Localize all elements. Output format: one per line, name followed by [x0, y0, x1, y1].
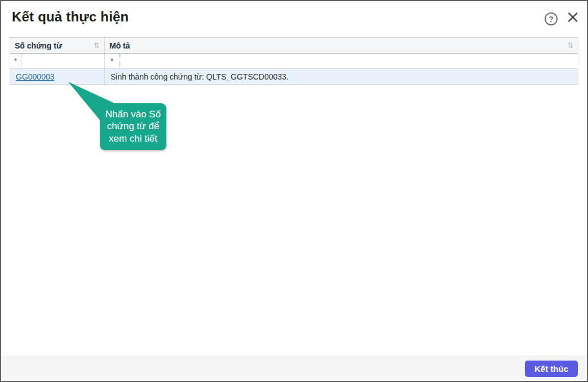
filter-operator-icon[interactable]: *	[105, 54, 120, 68]
description-cell: Sinh thành công chứng từ: QLTS_GGTSCD000…	[105, 69, 578, 84]
table-row[interactable]: GG000003 Sinh thành công chứng từ: QLTS_…	[10, 69, 578, 85]
results-table: Số chứng từ ⇅ Mô tả ⇅ * * GG000003	[10, 37, 578, 85]
filter-input-description[interactable]	[120, 54, 578, 68]
sort-icon[interactable]: ⇅	[565, 41, 573, 50]
table-filter-row: * *	[10, 54, 578, 69]
table-header-row: Số chứng từ ⇅ Mô tả ⇅	[10, 38, 578, 54]
help-icon[interactable]: ?	[545, 12, 558, 25]
callout-tooltip: Nhấn vào Số chứng từ để xem chi tiết	[100, 103, 166, 150]
dialog-footer: Kết thúc	[1, 355, 587, 381]
filter-operator-icon[interactable]: *	[10, 54, 21, 68]
filter-cell-description: *	[105, 54, 578, 68]
sort-icon[interactable]: ⇅	[91, 41, 100, 50]
finish-button[interactable]: Kết thúc	[525, 361, 578, 377]
doc-number-link[interactable]: GG000003	[16, 72, 55, 81]
dialog-header: Kết quả thực hiện ? ×	[1, 1, 587, 36]
doc-number-cell: GG000003	[10, 69, 105, 84]
column-header-doc-number[interactable]: Số chứng từ ⇅	[10, 38, 105, 53]
close-icon[interactable]: ×	[564, 9, 581, 26]
page-title: Kết quả thực hiện	[12, 9, 129, 25]
result-dialog: Kết quả thực hiện ? × Số chứng từ ⇅ Mô t…	[0, 0, 588, 382]
filter-input-doc-number[interactable]	[21, 54, 104, 68]
callout-text: Nhấn vào Số chứng từ để xem chi tiết	[105, 109, 161, 144]
help-icon-glyph: ?	[549, 15, 554, 24]
column-label: Số chứng từ	[15, 41, 91, 50]
filter-cell-doc-number: *	[10, 54, 105, 68]
close-icon-glyph: ×	[565, 7, 580, 27]
column-label: Mô tả	[109, 41, 565, 50]
column-header-description[interactable]: Mô tả ⇅	[105, 38, 578, 53]
description-text: Sinh thành công chứng từ: QLTS_GGTSCD000…	[110, 72, 289, 81]
